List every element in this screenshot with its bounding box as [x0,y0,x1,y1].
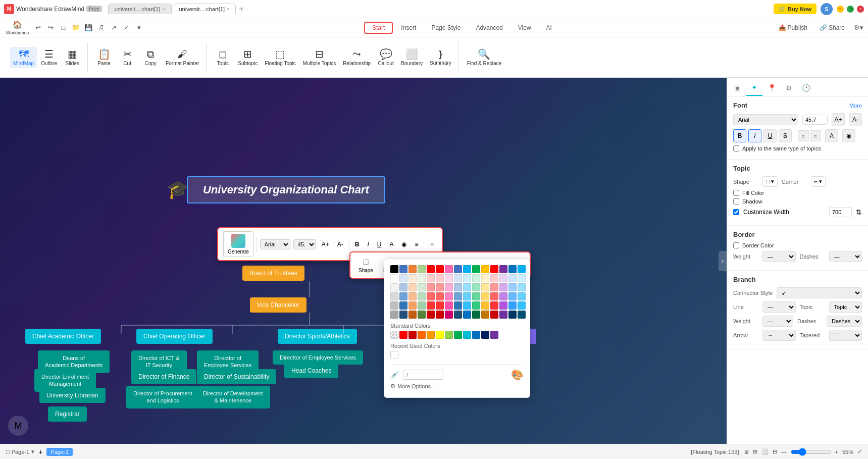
standard-color-swatch[interactable] [390,331,398,339]
border-color-checkbox[interactable] [733,242,739,248]
chief-academic-officer-node[interactable]: Chief Academic Officer [25,329,101,344]
fit-page-button[interactable]: ⤢ [857,448,862,455]
theme-color-swatch[interactable] [454,283,462,291]
floating-topic-button[interactable]: ⬚ Floating Topic [262,47,299,68]
branch-dashes-select[interactable]: Dashes [827,316,862,327]
color-wheel-button[interactable]: 🎨 [511,369,524,381]
theme-color-swatch[interactable] [472,283,480,291]
theme-color-swatch[interactable] [518,292,526,300]
theme-color-swatch[interactable] [399,301,407,310]
theme-color-swatch[interactable] [490,292,498,300]
theme-color-swatch[interactable] [508,292,517,300]
standard-color-swatch[interactable] [427,331,435,339]
font-increase-button[interactable]: A+ [832,113,845,126]
new-file-button[interactable]: □ [58,22,69,33]
multiple-topics-button[interactable]: ⊟ Multiple Topics [300,47,339,68]
menu-tab-view[interactable]: View [511,22,538,34]
theme-color-swatch[interactable] [445,265,453,273]
theme-color-swatch[interactable] [463,301,471,310]
theme-color-swatch[interactable] [399,311,407,319]
save-button[interactable]: 💾 [83,22,94,33]
rp-tab-gear[interactable]: ⚙ [781,80,797,96]
standard-color-swatch[interactable] [445,331,453,339]
chief-operating-officer-node[interactable]: Chief Operating Officer [136,329,213,344]
publish-button[interactable]: 📤 Publish [775,22,811,33]
collapse-panel-button[interactable]: › [719,251,727,271]
theme-color-swatch[interactable] [472,292,480,300]
theme-color-swatch[interactable] [499,274,507,282]
theme-color-swatch[interactable] [418,265,426,273]
theme-color-swatch[interactable] [518,301,526,310]
sb-icon-4[interactable]: ⊟ [773,448,777,455]
ft-increase-size-button[interactable]: A+ [319,239,332,249]
theme-color-swatch[interactable] [399,274,407,282]
theme-color-swatch[interactable] [445,311,453,319]
theme-color-swatch[interactable] [518,311,526,319]
ft-bold-button[interactable]: B [352,239,362,249]
more-menu-button[interactable]: ▾ [133,22,144,33]
standard-color-swatch[interactable] [399,331,407,339]
menu-tab-advanced[interactable]: Advanced [469,22,509,34]
theme-color-swatch[interactable] [472,265,480,273]
theme-color-swatch[interactable] [445,292,453,300]
add-page-button[interactable]: + [38,448,42,456]
active-page-tab[interactable]: Page-1 [46,448,72,456]
theme-color-swatch[interactable] [409,311,417,319]
theme-color-swatch[interactable] [409,274,417,282]
theme-color-swatch[interactable] [445,301,453,310]
fill-color-checkbox[interactable] [733,190,739,196]
theme-color-swatch[interactable] [454,292,462,300]
theme-color-swatch[interactable] [399,265,407,273]
shadow-checkbox[interactable] [733,198,739,205]
theme-color-swatch[interactable] [390,265,398,273]
strikethrough-button[interactable]: S [779,129,792,142]
theme-color-swatch[interactable] [390,311,398,319]
theme-color-swatch[interactable] [463,311,471,319]
export-button[interactable]: ↗ [108,22,119,33]
menu-tab-start[interactable]: Start [364,22,393,34]
theme-color-swatch[interactable] [390,283,398,291]
ft-decrease-size-button[interactable]: A- [335,239,346,249]
rp-tab-pin[interactable]: 📍 [763,80,780,96]
bold-button[interactable]: B [733,129,746,142]
theme-color-swatch[interactable] [427,283,435,291]
user-avatar[interactable]: S [821,3,833,15]
open-file-button[interactable]: 📁 [70,22,81,33]
callout-button[interactable]: 💬 Callout [375,47,397,68]
theme-color-swatch[interactable] [427,274,435,282]
librarian-node[interactable]: University Librarian [39,388,106,403]
registrar-node[interactable]: Registrar [48,406,87,422]
theme-color-swatch[interactable] [399,292,407,300]
buy-now-button[interactable]: 🛒 Buy Now [774,4,816,14]
share-button[interactable]: 🔗 Share [815,22,849,33]
standard-color-swatch[interactable] [481,331,489,339]
branch-tapered-select[interactable]: ⌒ [829,330,862,341]
finance-node[interactable]: Director of Finance [131,369,196,384]
theme-color-swatch[interactable] [508,274,517,282]
theme-color-swatch[interactable] [409,301,417,310]
standard-color-swatch[interactable] [409,331,417,339]
minimize-button[interactable]: − [837,6,844,13]
connector-style-select[interactable]: ↙ [777,287,862,298]
theme-color-swatch[interactable] [518,283,526,291]
tab-1-close[interactable]: × [162,7,165,12]
theme-color-swatch[interactable] [481,274,489,282]
menu-tab-insert[interactable]: Insert [394,22,423,34]
theme-color-swatch[interactable] [454,301,462,310]
print-button[interactable]: 🖨 [95,22,107,33]
theme-color-swatch[interactable] [427,301,435,310]
zoom-out-icon[interactable]: — [781,449,787,455]
theme-color-swatch[interactable] [490,274,498,282]
theme-color-swatch[interactable] [390,292,398,300]
theme-color-swatch[interactable] [436,301,444,310]
eyedropper-button[interactable]: 💉 [390,371,399,379]
cut-button[interactable]: ✂ Cut [116,47,138,68]
branch-arrow-select[interactable]: → [762,330,796,341]
apply-same-type-checkbox[interactable] [733,145,739,151]
standard-color-swatch[interactable] [490,331,498,339]
theme-color-swatch[interactable] [481,265,489,273]
sb-icon-2[interactable]: ⊞ [753,448,757,455]
theme-color-swatch[interactable] [427,311,435,319]
rp-tab-ai[interactable]: ✦ [746,80,762,96]
dcompliance-node[interactable]: Directtor of Employee Services [273,350,363,365]
